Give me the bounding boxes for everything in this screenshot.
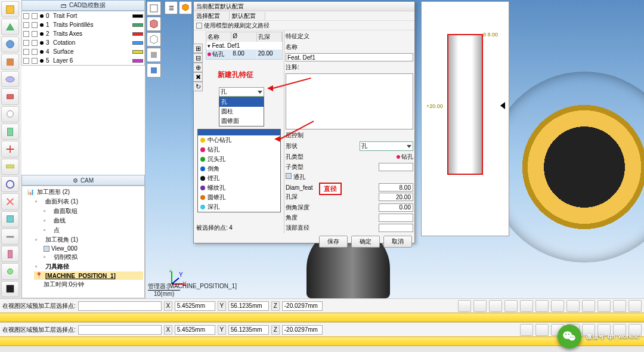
rule-checkbox[interactable]	[196, 23, 202, 29]
tree-item[interactable]: ▫曲面取组	[42, 206, 143, 216]
cam-tree[interactable]: 📊加工图形 (2) ▫曲面列表 (1)▫曲面取组▫曲线▫点▫加工视角 (1)Vi…	[21, 186, 145, 298]
status-btn[interactable]	[582, 300, 595, 312]
thru-checkbox[interactable]	[286, 173, 292, 179]
tree-item[interactable]: ▫曲面列表 (1)	[34, 197, 143, 206]
tool-btn[interactable]	[1, 71, 19, 87]
layer-checkbox[interactable]	[32, 58, 38, 64]
layer-row[interactable]: 2Traits Axes	[22, 29, 144, 38]
feat-name-input[interactable]	[286, 53, 413, 61]
wire-cube-icon[interactable]	[147, 32, 161, 47]
layer-checkbox[interactable]	[23, 40, 29, 46]
y-input[interactable]	[228, 325, 269, 335]
machine-position[interactable]: 📍[MACHINE_POSITION_1]	[34, 271, 143, 280]
layer-checkbox[interactable]	[23, 58, 29, 64]
y-input[interactable]	[228, 301, 269, 311]
status-btn[interactable]	[535, 300, 549, 312]
status-btn[interactable]	[458, 300, 471, 312]
dropdown-option[interactable]: 圆锥面	[219, 116, 264, 126]
viewport[interactable]: ☰ 当前配置默认配置 选择配置 默认配置 使用模型的规则定义路径 ⊞⊟⊕✖↻	[145, 0, 644, 298]
status-btn[interactable]	[473, 300, 487, 312]
feature-row[interactable]: 钻孔 8.00 20.00	[206, 50, 282, 59]
color-list-item[interactable]: 沉头孔	[198, 155, 280, 164]
view-mode-icon[interactable]	[147, 1, 161, 16]
status-btn[interactable]	[520, 324, 533, 336]
tool-btn[interactable]	[1, 193, 19, 209]
layer-checkbox[interactable]	[32, 31, 38, 37]
x-input[interactable]	[175, 301, 215, 311]
menu-icon[interactable]: ☰	[165, 1, 178, 14]
layer-row[interactable]: 5Layer 6	[22, 56, 144, 65]
layer-row[interactable]: 3Cotation	[22, 38, 144, 47]
layer-row[interactable]: 1Traits Pointillés	[22, 20, 144, 29]
cancel-button[interactable]: 取消	[383, 236, 412, 248]
status-input[interactable]	[78, 325, 162, 335]
side-button[interactable]: ↻	[193, 82, 203, 91]
shape-select[interactable]: 孔	[360, 141, 413, 151]
solid-icon[interactable]	[147, 48, 161, 62]
color-list-item[interactable]: 中心钻孔	[198, 135, 280, 145]
status-btn[interactable]	[504, 300, 518, 312]
tool-btn[interactable]	[1, 281, 19, 297]
side-button[interactable]: ⊟	[193, 53, 203, 63]
tree-root[interactable]: 📊加工图形 (2)	[26, 187, 143, 197]
color-list-item[interactable]: 圆锥孔	[198, 193, 280, 202]
chamfer-input[interactable]	[379, 203, 413, 212]
z-input[interactable]	[282, 301, 323, 311]
side-button[interactable]: ⊞	[193, 44, 203, 53]
layer-checkbox[interactable]	[32, 49, 38, 55]
diameter-input[interactable]	[379, 183, 413, 192]
tree-item[interactable]: ▫刀具路径	[34, 262, 143, 271]
status-btn[interactable]	[566, 300, 580, 312]
color-list-item[interactable]: 螺纹孔	[198, 183, 280, 193]
shape-dropdown-list[interactable]: 孔圆柱圆锥面	[219, 97, 264, 126]
tool-btn[interactable]	[1, 88, 19, 104]
save-button[interactable]: 保存	[319, 236, 348, 248]
iso-cube-icon[interactable]	[179, 1, 192, 14]
shade-icon[interactable]	[147, 63, 161, 78]
hole-type-list[interactable]: 中心钻孔钻孔沉头孔倒角镗孔螺纹孔圆锥孔深孔	[197, 129, 281, 212]
status-input[interactable]	[78, 301, 162, 311]
depth-input[interactable]	[379, 193, 413, 201]
tool-btn[interactable]	[1, 106, 19, 122]
status-btn[interactable]	[551, 300, 564, 312]
tool-btn[interactable]	[1, 18, 19, 35]
status-btn[interactable]	[489, 300, 502, 312]
x-input[interactable]	[175, 325, 215, 335]
tree-item[interactable]: ▫切削模拟	[42, 252, 143, 262]
tool-btn[interactable]	[1, 263, 19, 279]
tree-item[interactable]: ▫加工视角 (1)	[34, 235, 143, 245]
color-list-item[interactable]: 深孔	[198, 202, 280, 212]
color-list-item[interactable]: 镗孔	[198, 174, 280, 183]
feature-grid[interactable]: 名称 Ø 孔深 ▾ Feat. Def1 钻孔 8.00 20.00	[206, 32, 283, 60]
tool-btn[interactable]	[1, 141, 19, 157]
tool-btn[interactable]	[1, 176, 19, 192]
side-button[interactable]: ⊕	[193, 63, 203, 72]
layer-checkbox[interactable]	[23, 31, 29, 37]
status-btn[interactable]	[535, 324, 549, 336]
subtype-input[interactable]	[379, 163, 413, 171]
shape-combo[interactable]: 孔	[219, 87, 264, 97]
tool-btn[interactable]	[1, 123, 19, 140]
tool-btn[interactable]	[1, 159, 19, 175]
note-textarea[interactable]	[286, 73, 413, 129]
color-list-item[interactable]: 倒角	[198, 164, 280, 174]
tab-select[interactable]: 选择配置	[194, 12, 230, 20]
layer-checkbox[interactable]	[32, 40, 38, 46]
tree-item[interactable]: ▫曲线	[42, 216, 143, 226]
layer-row[interactable]: 0Trait Fort	[22, 11, 144, 20]
tree-item[interactable]: ▫点	[42, 226, 143, 235]
tool-btn[interactable]	[1, 36, 19, 53]
dropdown-option[interactable]: 孔	[219, 97, 264, 107]
side-button[interactable]: ✖	[193, 72, 203, 82]
status-btn[interactable]	[520, 300, 533, 312]
color-list-item[interactable]: 钻孔	[198, 145, 280, 155]
tool-btn[interactable]	[1, 229, 19, 245]
layer-checkbox[interactable]	[32, 22, 38, 28]
tool-btn[interactable]	[1, 54, 19, 70]
tool-btn[interactable]	[1, 1, 19, 17]
layer-checkbox[interactable]	[23, 13, 29, 19]
ok-button[interactable]: 确定	[351, 236, 380, 248]
status-btn[interactable]	[613, 300, 626, 312]
angle-input[interactable]	[379, 214, 413, 222]
layer-row[interactable]: 4Surface	[22, 47, 144, 56]
